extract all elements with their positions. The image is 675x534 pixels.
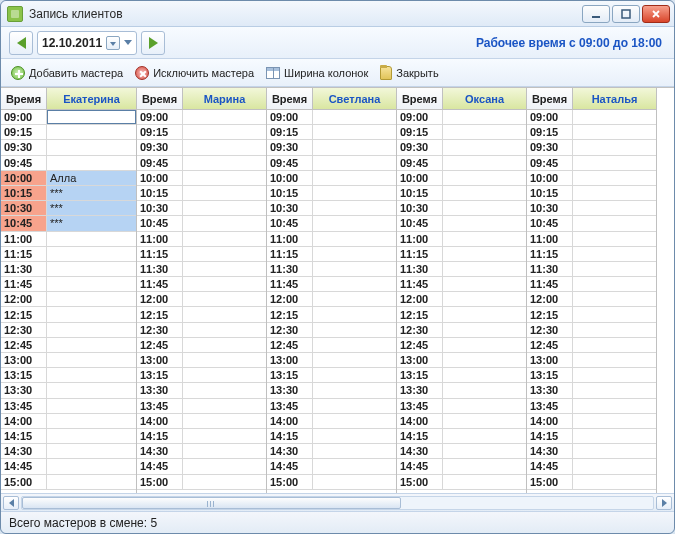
time-row[interactable]: 14:15 [527,429,656,444]
appointment-cell[interactable] [313,323,396,337]
appointment-cell[interactable] [47,429,136,443]
time-row[interactable]: 14:30 [1,444,136,459]
appointment-cell[interactable] [47,307,136,321]
appointment-cell[interactable] [573,323,656,337]
time-row[interactable]: 12:15 [527,307,656,322]
time-row[interactable]: 15:00 [1,475,136,490]
time-row[interactable]: 10:00 [267,171,396,186]
time-row[interactable]: 14:00 [397,414,526,429]
appointment-cell[interactable] [313,383,396,397]
time-row[interactable]: 09:45 [267,156,396,171]
time-row[interactable]: 12:15 [1,307,136,322]
appointment-cell[interactable] [47,444,136,458]
time-row[interactable]: 10:45 [137,216,266,231]
time-row[interactable]: 13:00 [137,353,266,368]
appointment-cell[interactable] [313,125,396,139]
appointment-cell[interactable] [47,399,136,413]
appointment-cell[interactable] [313,156,396,170]
appointment-cell[interactable] [443,171,526,185]
appointment-cell[interactable] [573,277,656,291]
appointment-cell[interactable] [573,444,656,458]
appointment-cell[interactable] [313,140,396,154]
appointment-cell[interactable] [443,247,526,261]
appointment-cell[interactable] [47,414,136,428]
remove-master-button[interactable]: Исключить мастера [135,66,254,80]
time-row[interactable]: 12:45 [267,338,396,353]
appointment-cell[interactable] [183,383,266,397]
time-row[interactable]: 12:30 [137,323,266,338]
time-row[interactable]: 12:45 [397,338,526,353]
time-row[interactable]: 10:00 [527,171,656,186]
time-row[interactable]: 10:30 [137,201,266,216]
time-row[interactable]: 09:30 [267,140,396,155]
time-header[interactable]: Время [527,88,573,109]
appointment-cell[interactable] [313,277,396,291]
appointment-cell[interactable]: Алла [47,171,136,185]
appointment-cell[interactable]: *** [47,186,136,200]
time-row[interactable]: 10:00 [397,171,526,186]
appointment-cell[interactable] [183,292,266,306]
time-row[interactable]: 13:30 [527,383,656,398]
appointment-cell[interactable] [573,216,656,230]
appointment-cell[interactable] [47,232,136,246]
appointment-cell[interactable] [573,232,656,246]
appointment-cell[interactable] [183,186,266,200]
scroll-left-button[interactable] [3,496,19,510]
appointment-cell[interactable] [573,459,656,473]
time-row[interactable]: 10:45 [527,216,656,231]
appointment-cell[interactable] [183,232,266,246]
appointment-cell[interactable] [47,459,136,473]
appointment-cell[interactable] [183,429,266,443]
appointment-cell[interactable] [443,216,526,230]
time-row[interactable]: 09:30 [397,140,526,155]
appointment-cell[interactable] [443,444,526,458]
time-row[interactable]: 14:45 [527,459,656,474]
appointment-cell[interactable] [443,323,526,337]
appointment-cell[interactable] [573,353,656,367]
column-width-button[interactable]: Ширина колонок [266,67,368,79]
time-row[interactable]: 13:45 [137,399,266,414]
time-row[interactable]: 14:45 [137,459,266,474]
appointment-cell[interactable] [313,353,396,367]
time-row[interactable]: 13:15 [267,368,396,383]
appointment-cell[interactable] [183,444,266,458]
time-row[interactable]: 10:45*** [1,216,136,231]
time-header[interactable]: Время [1,88,47,109]
appointment-cell[interactable] [443,232,526,246]
maximize-button[interactable] [612,5,640,23]
appointment-cell[interactable] [183,216,266,230]
appointment-cell[interactable] [183,459,266,473]
appointment-cell[interactable] [573,156,656,170]
time-row[interactable]: 13:00 [397,353,526,368]
time-row[interactable]: 09:00 [397,110,526,125]
appointment-cell[interactable] [47,247,136,261]
appointment-cell[interactable] [313,459,396,473]
time-row[interactable]: 11:45 [267,277,396,292]
appointment-cell[interactable] [47,125,136,139]
time-row[interactable]: 15:00 [137,475,266,490]
date-picker[interactable]: 12.10.2011 [37,31,137,55]
appointment-cell[interactable] [183,156,266,170]
time-row[interactable]: 10:15 [137,186,266,201]
appointment-cell[interactable] [573,338,656,352]
appointment-cell[interactable] [443,201,526,215]
time-header[interactable]: Время [137,88,183,109]
master-name-header[interactable]: Наталья [573,88,656,109]
time-row[interactable]: 10:15 [267,186,396,201]
prev-day-button[interactable] [9,31,33,55]
time-row[interactable]: 11:30 [527,262,656,277]
time-row[interactable]: 10:30 [267,201,396,216]
time-row[interactable]: 09:15 [527,125,656,140]
time-row[interactable]: 12:30 [397,323,526,338]
appointment-cell[interactable] [47,338,136,352]
appointment-cell[interactable] [443,399,526,413]
time-row[interactable]: 13:00 [527,353,656,368]
time-row[interactable]: 13:45 [397,399,526,414]
time-row[interactable]: 12:45 [137,338,266,353]
appointment-cell[interactable] [443,110,526,124]
time-row[interactable]: 09:30 [527,140,656,155]
close-button[interactable] [642,5,670,23]
time-row[interactable]: 13:15 [397,368,526,383]
time-row[interactable]: 13:45 [267,399,396,414]
time-row[interactable]: 10:45 [267,216,396,231]
